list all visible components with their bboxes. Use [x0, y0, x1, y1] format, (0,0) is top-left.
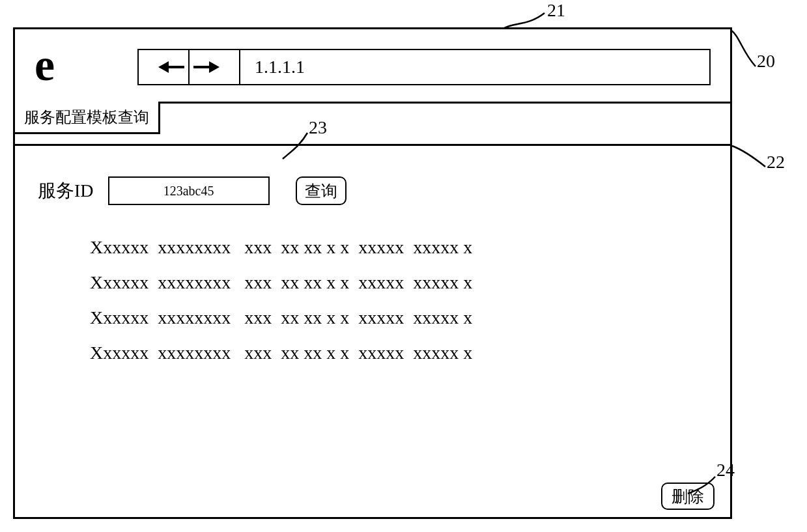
arrow-right-icon: [209, 61, 219, 73]
service-id-input[interactable]: 123abc45: [108, 176, 270, 205]
query-row: 服务ID 123abc45 查询: [38, 176, 347, 205]
canvas: 21 20 22 23 24 e 1.1.1.1 服务配置模板查询: [0, 0, 807, 532]
browser-window: e 1.1.1.1 服务配置模板查询 服务ID 123abc45 查询 Xxxx…: [13, 27, 732, 519]
url-input[interactable]: 1.1.1.1: [240, 50, 709, 84]
nav-group: 1.1.1.1: [137, 49, 711, 85]
result-line: Xxxxxx xxxxxxxx xxx xx xx x x xxxxx xxxx…: [90, 272, 472, 292]
query-button[interactable]: 查询: [296, 176, 347, 205]
delete-button[interactable]: 删除: [661, 483, 715, 510]
service-id-label: 服务ID: [38, 178, 94, 203]
browser-logo: e: [35, 42, 53, 88]
forward-button[interactable]: [190, 50, 240, 84]
arrow-left-icon: [158, 61, 169, 73]
result-line: Xxxxxx xxxxxxxx xxx xx xx x x xxxxx xxxx…: [90, 237, 472, 257]
callout-20: 20: [757, 51, 775, 72]
result-line: Xxxxxx xxxxxxxx xxx xx xx x x xxxxx xxxx…: [90, 307, 472, 328]
result-line: Xxxxxx xxxxxxxx xxx xx xx x x xxxxx xxxx…: [90, 343, 472, 363]
tab-bar: 服务配置模板查询: [13, 102, 732, 146]
back-button[interactable]: [139, 50, 190, 84]
address-bar: e 1.1.1.1: [15, 29, 730, 104]
callout-22: 22: [767, 152, 785, 173]
content-area: 服务ID 123abc45 查询 Xxxxxx xxxxxxxx xxx xx …: [15, 148, 730, 518]
query-results: Xxxxxx xxxxxxxx xxx xx xx x x xxxxx xxxx…: [90, 230, 472, 371]
callout-21: 21: [547, 0, 565, 21]
tab-service-config-query[interactable]: 服务配置模板查询: [13, 102, 160, 134]
